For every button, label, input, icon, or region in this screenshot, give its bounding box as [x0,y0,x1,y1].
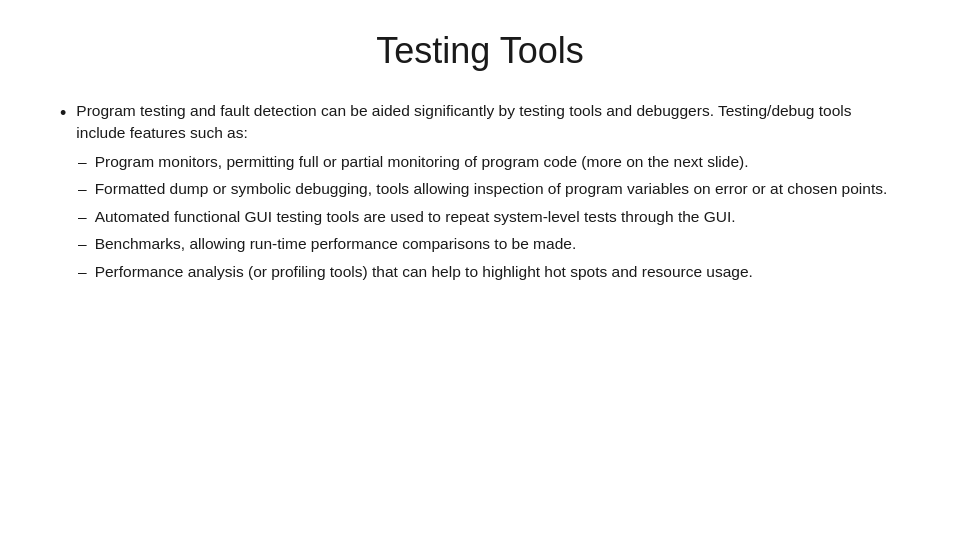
list-item: – Performance analysis (or profiling too… [78,261,900,283]
list-item: – Program monitors, permitting full or p… [78,151,900,173]
list-item: – Benchmarks, allowing run-time performa… [78,233,900,255]
main-bullet: • Program testing and fault detection ca… [60,100,900,145]
sub-item-text: Automated functional GUI testing tools a… [95,206,900,228]
dash-icon: – [78,151,87,173]
content-area: • Program testing and fault detection ca… [60,100,900,288]
main-bullet-text: Program testing and fault detection can … [76,100,900,145]
sub-items-list: – Program monitors, permitting full or p… [78,151,900,283]
dash-icon: – [78,261,87,283]
sub-item-text: Performance analysis (or profiling tools… [95,261,900,283]
sub-item-text: Formatted dump or symbolic debugging, to… [95,178,900,200]
dash-icon: – [78,206,87,228]
list-item: – Automated functional GUI testing tools… [78,206,900,228]
dash-icon: – [78,178,87,200]
dash-icon: – [78,233,87,255]
list-item: – Formatted dump or symbolic debugging, … [78,178,900,200]
sub-item-text: Benchmarks, allowing run-time performanc… [95,233,900,255]
slide-title: Testing Tools [60,30,900,72]
sub-item-text: Program monitors, permitting full or par… [95,151,900,173]
bullet-dot-icon: • [60,100,66,126]
